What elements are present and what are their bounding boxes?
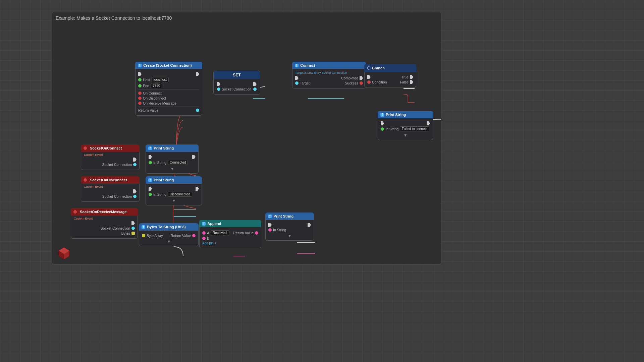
print-failed-instring-pin xyxy=(381,127,384,131)
bytes-to-string-node: f Bytes To String (Utf 8) Byte Array Ret… xyxy=(139,223,199,246)
create-socket-header: f Create (Socket Connection) xyxy=(135,62,202,69)
append-header: f Append xyxy=(199,220,261,227)
set-node: SET Socket Connection xyxy=(213,71,260,95)
print-failed-icon: f xyxy=(380,113,384,117)
connect-header: f Connect xyxy=(292,62,366,69)
host-pin xyxy=(138,78,142,81)
append-b-row: B xyxy=(202,236,258,240)
pr-instring-pin xyxy=(268,228,272,232)
sor-event-pin xyxy=(73,210,77,214)
pr-instring-row: In String xyxy=(268,228,311,232)
host-row: Host localhost xyxy=(138,77,199,82)
sor-exec-row xyxy=(74,221,135,225)
sod-socket-pin xyxy=(133,195,137,198)
bts-bytearray-row: Byte Array Return Value xyxy=(142,234,196,238)
on-connect-pin xyxy=(138,92,142,95)
print-failed-exec-out xyxy=(427,121,430,125)
branch-true-pin xyxy=(410,75,413,79)
canvas-title: Example: Makes a Socket Connection to lo… xyxy=(56,15,172,21)
func-icon: f xyxy=(138,64,142,67)
connect-exec-row: Completed xyxy=(295,76,363,80)
connect-subtitle: Target is Low Entry Socket Connection xyxy=(295,71,363,75)
bts-return-pin xyxy=(192,234,196,237)
connect-success-pin xyxy=(360,81,363,85)
print-connected-icon: f xyxy=(148,146,152,150)
print-disconnected-header: f Print String xyxy=(146,176,202,184)
pc-instring-pin xyxy=(149,161,152,164)
append-node: f Append A Received: Return Value B Add … xyxy=(199,220,261,248)
soc-socket-row: Socket Connection xyxy=(84,163,137,167)
branch-exec-in xyxy=(367,75,371,79)
print-received-body: In String ▾ xyxy=(265,220,314,241)
print-failed-header: f Print String xyxy=(378,111,433,118)
set-header: SET xyxy=(214,71,260,79)
sod-exec-out xyxy=(133,189,137,193)
connect-target-row: Target Success xyxy=(295,81,363,85)
exec-out-pin xyxy=(196,72,199,76)
on-disconnect-pin xyxy=(138,97,142,100)
pd-exec-out xyxy=(196,187,199,191)
socket-on-connect-body: Custom Event Socket Connection xyxy=(81,152,140,170)
print-failed-string-row: In String Failed to connect xyxy=(381,126,430,131)
branch-header: ⬡ Branch xyxy=(364,64,416,72)
pd-exec-row xyxy=(149,187,199,191)
set-body: Socket Connection xyxy=(214,79,260,94)
pd-expand: ▾ xyxy=(149,198,199,203)
bts-bytearray-pin xyxy=(142,234,145,237)
append-icon: f xyxy=(202,222,206,226)
soc-socket-pin xyxy=(133,163,137,166)
sor-socket-pin xyxy=(131,227,135,230)
socket-on-connect-node: SocketOnConnect Custom Event Socket Conn… xyxy=(81,144,140,170)
pr-expand: ▾ xyxy=(268,233,311,238)
print-connected-header: f Print String xyxy=(146,144,199,152)
set-socket-pin-in xyxy=(217,87,220,91)
on-connect-row: On Connect xyxy=(138,91,199,95)
sor-socket-row: Socket Connection xyxy=(74,226,135,230)
bytes-to-string-header: f Bytes To String (Utf 8) xyxy=(139,223,199,231)
pd-string-row: In String Disconnected xyxy=(149,192,199,197)
connect-node: f Connect Target is Low Entry Socket Con… xyxy=(292,62,366,88)
print-disconnected-node: f Print String In String Disconnected ▾ xyxy=(146,176,202,205)
print-received-header: f Print String xyxy=(265,213,314,220)
exec-row xyxy=(138,72,199,76)
on-receive-row: On Receive Message xyxy=(138,101,199,105)
return-value-row: Return Value xyxy=(138,108,199,112)
bts-icon: f xyxy=(142,225,145,229)
branch-condition-pin xyxy=(367,80,371,84)
set-exec-row xyxy=(217,82,257,86)
set-exec-out xyxy=(253,82,257,86)
branch-body: True Condition False xyxy=(364,72,416,87)
soc-exec-row xyxy=(84,158,137,162)
print-disconnected-icon: f xyxy=(148,178,152,182)
print-failed-exec-row xyxy=(381,121,430,125)
connect-func-icon: f xyxy=(295,64,299,67)
append-return-pin xyxy=(255,231,258,235)
print-failed-node: f Print String In String Failed to conne… xyxy=(378,111,433,140)
port-pin xyxy=(138,84,142,87)
sor-exec-out xyxy=(131,221,135,225)
blueprint-canvas[interactable]: Example: Makes a Socket Connection to lo… xyxy=(52,12,441,265)
append-body: A Received: Return Value B Add pin + xyxy=(199,227,261,248)
sod-event-pin xyxy=(84,178,87,182)
set-socket-pin-out xyxy=(253,87,257,91)
socket-on-disconnect-header: SocketOnDisconnect xyxy=(81,176,140,184)
sor-bytes-pin xyxy=(131,232,135,235)
pc-string-row: In String Connected xyxy=(149,160,196,165)
append-addpin-row[interactable]: Add pin + xyxy=(202,241,258,245)
bytes-to-string-body: Byte Array Return Value ▾ xyxy=(139,231,199,246)
on-receive-pin xyxy=(138,102,142,105)
pc-exec-row xyxy=(149,155,196,159)
socket-on-disconnect-body: Custom Event Socket Connection xyxy=(81,184,140,202)
connect-exec-in xyxy=(295,76,299,80)
create-socket-node: f Create (Socket Connection) Host localh… xyxy=(135,62,202,116)
print-connected-node: f Print String In String Connected ▾ xyxy=(146,144,199,174)
bts-expand: ▾ xyxy=(142,239,196,244)
pr-icon: f xyxy=(268,215,272,218)
port-row: Port 7780 xyxy=(138,83,199,88)
branch-condition-row: Condition False xyxy=(367,80,413,84)
connect-target-pin xyxy=(295,81,299,85)
socket-on-connect-header: SocketOnConnect xyxy=(81,144,140,152)
socket-on-receive-node: SocketOnReceiveMessage Custom Event Sock… xyxy=(71,208,138,239)
sod-socket-row: Socket Connection xyxy=(84,194,137,198)
pd-exec-in xyxy=(149,187,152,191)
